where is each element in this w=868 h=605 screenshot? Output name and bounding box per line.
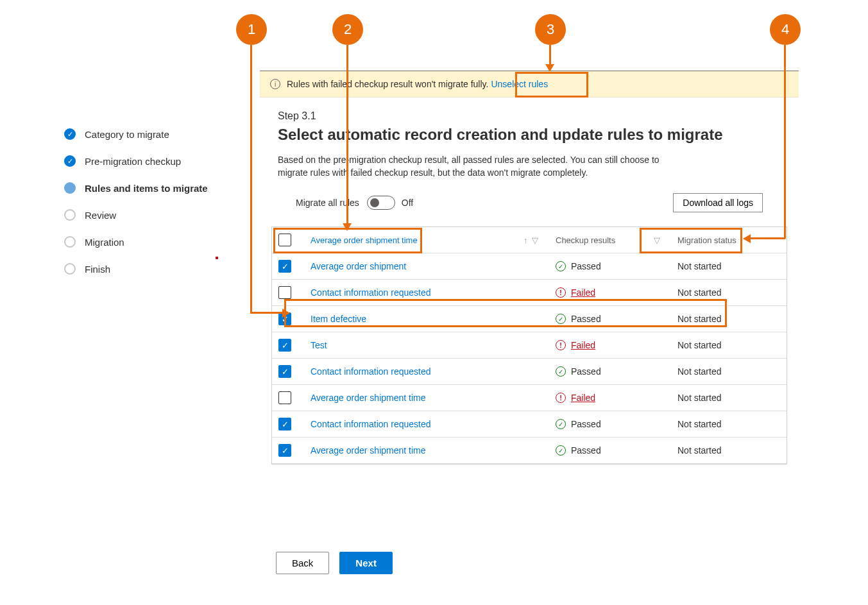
rule-name-link[interactable]: Test (311, 340, 523, 350)
migrate-all-toggle[interactable] (367, 196, 395, 210)
arrow-left-icon (743, 234, 751, 243)
row-checkbox[interactable] (278, 286, 291, 299)
row-checkbox[interactable]: ✓ (278, 418, 291, 430)
checkup-result[interactable]: !Failed (556, 340, 677, 350)
passed-icon: ✓ (556, 366, 566, 377)
banner-text: Rules with failed checkup result won't m… (287, 79, 488, 89)
row-checkbox[interactable] (278, 391, 291, 404)
step-rules-items[interactable]: Rules and items to migrate (64, 182, 225, 194)
rule-name-link[interactable]: Contact information requested (311, 287, 523, 298)
next-button[interactable]: Next (339, 552, 393, 574)
table-row[interactable]: ✓Test!FailedNot started (272, 332, 787, 359)
checkup-result: ✓Passed (556, 314, 677, 324)
step-label: Migration (85, 237, 124, 248)
rule-name-link[interactable]: Average order shipment time (311, 393, 523, 403)
checkup-result: ✓Passed (556, 261, 677, 271)
row-checkbox[interactable]: ✓ (278, 339, 291, 352)
arrow-down-icon (343, 223, 352, 231)
back-button[interactable]: Back (276, 552, 329, 574)
callout-marker-1: 1 (236, 14, 267, 45)
step-header: Step 3.1 Select automatic record creatio… (260, 98, 799, 226)
callout-arrow (250, 312, 282, 314)
migration-status: Not started (677, 366, 780, 377)
rule-name-link[interactable]: Item defective (311, 314, 523, 324)
row-checkbox[interactable]: ✓ (278, 260, 291, 273)
rule-name-link[interactable]: Average order shipment time (311, 445, 523, 456)
step-pre-migration[interactable]: ✓ Pre-migration checkup (64, 155, 225, 167)
row-checkbox[interactable]: ✓ (278, 444, 291, 457)
migration-status: Not started (677, 340, 780, 350)
checkup-result: ✓Passed (556, 366, 677, 377)
main-panel: i Rules with failed checkup result won't… (260, 71, 799, 464)
result-text: Passed (571, 445, 601, 456)
table-row[interactable]: ✓Average order shipment✓PassedNot starte… (272, 253, 787, 280)
step-review[interactable]: Review (64, 209, 225, 221)
table-row[interactable]: Contact information requested!FailedNot … (272, 280, 787, 306)
filter-icon[interactable]: ▽ (654, 235, 660, 245)
toggle-knob-icon (370, 198, 379, 207)
step-label: Pre-migration checkup (85, 156, 181, 167)
step-finish[interactable]: Finish (64, 263, 225, 275)
page-title: Select automatic record creation and upd… (278, 126, 781, 144)
checkup-result: ✓Passed (556, 445, 677, 456)
result-failed-link[interactable]: Failed (571, 340, 595, 350)
callout-marker-3: 3 (535, 14, 566, 45)
step-label: Finish (85, 264, 110, 275)
migration-status: Not started (677, 287, 780, 298)
step-number: Step 3.1 (278, 110, 781, 122)
checkup-result[interactable]: !Failed (556, 393, 677, 403)
result-text: Passed (571, 261, 601, 271)
unselect-rules-link[interactable]: Unselect rules (491, 79, 548, 89)
checkup-result[interactable]: !Failed (556, 287, 677, 298)
failed-icon: ! (556, 393, 566, 403)
migration-status: Not started (677, 314, 780, 324)
check-icon: ✓ (64, 128, 76, 140)
result-text: Passed (571, 314, 601, 324)
result-failed-link[interactable]: Failed (571, 393, 595, 403)
rule-name-link[interactable]: Average order shipment (311, 261, 523, 271)
rule-name-link[interactable]: Contact information requested (311, 366, 523, 377)
column-results[interactable]: Checkup results (556, 235, 615, 245)
table-row[interactable]: ✓Contact information requested✓PassedNot… (272, 359, 787, 385)
pending-step-icon (64, 209, 76, 221)
callout-arrow (549, 45, 551, 64)
sort-filter-icons[interactable]: ↑ ▽ (523, 235, 556, 245)
download-logs-button[interactable]: Download all logs (673, 193, 763, 212)
column-name[interactable]: Average order shipment time (311, 235, 523, 245)
table-row[interactable]: ✓Item defective✓PassedNot started (272, 306, 787, 332)
callout-marker-2: 2 (332, 14, 363, 45)
decorative-dot (216, 257, 218, 259)
table-row[interactable]: Average order shipment time!FailedNot st… (272, 385, 787, 411)
select-all-checkbox[interactable] (278, 234, 291, 246)
step-label: Review (85, 210, 116, 221)
wizard-sidebar: ✓ Category to migrate ✓ Pre-migration ch… (64, 128, 225, 290)
filter-icon[interactable]: ▽ (532, 235, 538, 245)
callout-arrow (751, 237, 785, 239)
info-icon: i (270, 79, 280, 89)
passed-icon: ✓ (556, 314, 566, 324)
arrow-down-icon (545, 64, 554, 72)
result-text: Passed (571, 419, 601, 429)
rules-table: Average order shipment time ↑ ▽ Checkup … (271, 226, 787, 464)
passed-icon: ✓ (556, 445, 566, 456)
passed-icon: ✓ (556, 419, 566, 429)
table-row[interactable]: ✓Contact information requested✓PassedNot… (272, 411, 787, 438)
pending-step-icon (64, 263, 76, 275)
column-status[interactable]: Migration status (677, 235, 780, 245)
row-checkbox[interactable]: ✓ (278, 365, 291, 378)
callout-arrow (250, 45, 252, 313)
migration-status: Not started (677, 445, 780, 456)
migration-status: Not started (677, 393, 780, 403)
check-icon: ✓ (64, 155, 76, 167)
callout-marker-4: 4 (770, 14, 801, 45)
step-label: Category to migrate (85, 129, 169, 140)
passed-icon: ✓ (556, 261, 566, 271)
step-migration[interactable]: Migration (64, 236, 225, 248)
wizard-footer: Back Next (276, 552, 393, 574)
table-row[interactable]: ✓Average order shipment time✓PassedNot s… (272, 438, 787, 464)
step-category[interactable]: ✓ Category to migrate (64, 128, 225, 140)
failed-icon: ! (556, 287, 566, 298)
result-failed-link[interactable]: Failed (571, 287, 595, 298)
rule-name-link[interactable]: Contact information requested (311, 419, 523, 429)
pending-step-icon (64, 236, 76, 248)
